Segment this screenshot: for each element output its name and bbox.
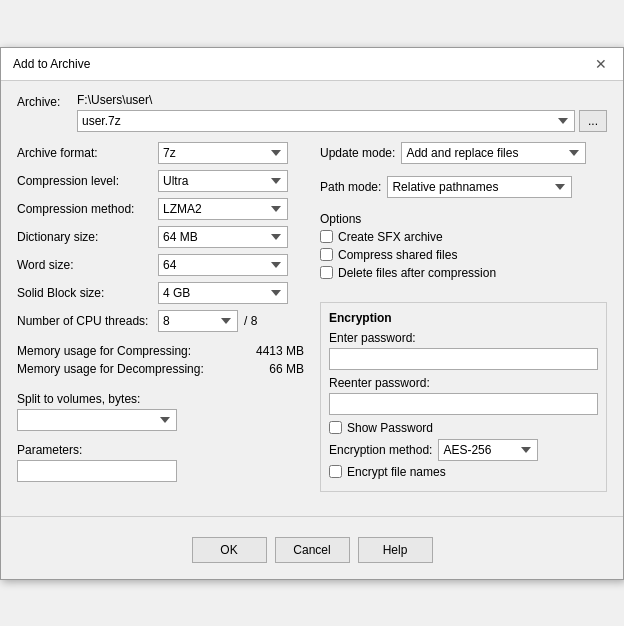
mem-compress-label: Memory usage for Compressing: [17, 344, 191, 358]
format-row: Archive format: 7zziptarwim [17, 142, 304, 164]
format-label: Archive format: [17, 146, 152, 160]
word-select[interactable]: 812162432486496128192256 [158, 254, 288, 276]
format-select[interactable]: 7zziptarwim [158, 142, 288, 164]
close-button[interactable]: ✕ [591, 56, 611, 72]
threads-max: / 8 [244, 314, 257, 328]
mem-decompress-row: Memory usage for Decompressing: 66 MB [17, 362, 304, 376]
compress-shared-row: Compress shared files [320, 248, 607, 262]
divider [1, 516, 623, 517]
dict-select[interactable]: 1 MB2 MB4 MB8 MB16 MB32 MB64 MB128 MB [158, 226, 288, 248]
show-pwd-label: Show Password [347, 421, 433, 435]
bottom-buttons: OK Cancel Help [1, 529, 623, 579]
word-row: Word size: 812162432486496128192256 [17, 254, 304, 276]
encryption-title: Encryption [329, 311, 598, 325]
path-mode-select[interactable]: Relative pathnamesFull pathnamesAbsolute… [387, 176, 572, 198]
path-mode-label: Path mode: [320, 180, 381, 194]
threads-label: Number of CPU threads: [17, 314, 152, 328]
split-section: Split to volumes, bytes: [17, 392, 304, 431]
update-mode-select[interactable]: Add and replace filesAdd and update file… [401, 142, 586, 164]
block-select[interactable]: Non-solid1 MB16 MB256 MB4 GB [158, 282, 288, 304]
enc-method-label: Encryption method: [329, 443, 432, 457]
delete-after-row: Delete files after compression [320, 266, 607, 280]
reenter-pwd-label: Reenter password: [329, 376, 598, 390]
archive-filename-select[interactable]: user.7z [77, 110, 575, 132]
help-button[interactable]: Help [358, 537, 433, 563]
split-label: Split to volumes, bytes: [17, 392, 304, 406]
encrypt-names-checkbox[interactable] [329, 465, 342, 478]
archive-label: Archive: [17, 93, 77, 109]
left-column: Archive format: 7zziptarwim Compression … [17, 142, 304, 492]
options-title: Options [320, 212, 607, 226]
create-sfx-checkbox[interactable] [320, 230, 333, 243]
method-label: Compression method: [17, 202, 152, 216]
enter-pwd-input[interactable] [329, 348, 598, 370]
threads-select[interactable]: 1248 [158, 310, 238, 332]
archive-path: F:\Users\user\ [77, 93, 607, 107]
params-input[interactable] [17, 460, 177, 482]
title-bar: Add to Archive ✕ [1, 48, 623, 81]
right-column: Update mode: Add and replace filesAdd an… [320, 142, 607, 492]
encryption-group: Encryption Enter password: Reenter passw… [320, 302, 607, 492]
add-to-archive-window: Add to Archive ✕ Archive: F:\Users\user\… [0, 47, 624, 580]
threads-row: Number of CPU threads: 1248 / 8 [17, 310, 304, 332]
compression-select[interactable]: StoreFastestFastNormalMaximumUltra [158, 170, 288, 192]
delete-after-label: Delete files after compression [338, 266, 496, 280]
block-row: Solid Block size: Non-solid1 MB16 MB256 … [17, 282, 304, 304]
encrypt-names-label: Encrypt file names [347, 465, 446, 479]
create-sfx-row: Create SFX archive [320, 230, 607, 244]
word-label: Word size: [17, 258, 152, 272]
archive-inputs: F:\Users\user\ user.7z ... [77, 93, 607, 132]
browse-button[interactable]: ... [579, 110, 607, 132]
dict-row: Dictionary size: 1 MB2 MB4 MB8 MB16 MB32… [17, 226, 304, 248]
main-grid: Archive format: 7zziptarwim Compression … [17, 142, 607, 492]
ok-button[interactable]: OK [192, 537, 267, 563]
cancel-button[interactable]: Cancel [275, 537, 350, 563]
archive-input-row: user.7z ... [77, 110, 607, 132]
show-pwd-row: Show Password [329, 421, 598, 435]
compression-row: Compression level: StoreFastestFastNorma… [17, 170, 304, 192]
compression-label: Compression level: [17, 174, 152, 188]
enter-pwd-label: Enter password: [329, 331, 598, 345]
compress-shared-label: Compress shared files [338, 248, 457, 262]
block-label: Solid Block size: [17, 286, 152, 300]
archive-row: Archive: F:\Users\user\ user.7z ... [17, 93, 607, 132]
window-title: Add to Archive [13, 57, 90, 71]
memory-section: Memory usage for Compressing: 4413 MB Me… [17, 344, 304, 380]
method-select[interactable]: LZMA2LZMAPPMdBZip2 [158, 198, 288, 220]
update-mode-row: Update mode: Add and replace filesAdd an… [320, 142, 607, 164]
mem-decompress-label: Memory usage for Decompressing: [17, 362, 204, 376]
mem-decompress-value: 66 MB [269, 362, 304, 376]
params-section: Parameters: [17, 443, 304, 482]
main-content: Archive: F:\Users\user\ user.7z ... Arch… [1, 81, 623, 504]
split-select[interactable] [17, 409, 177, 431]
dict-label: Dictionary size: [17, 230, 152, 244]
mem-compress-value: 4413 MB [256, 344, 304, 358]
create-sfx-label: Create SFX archive [338, 230, 443, 244]
enc-method-select[interactable]: AES-256 [438, 439, 538, 461]
method-row: Compression method: LZMA2LZMAPPMdBZip2 [17, 198, 304, 220]
enc-method-row: Encryption method: AES-256 [329, 439, 598, 461]
delete-after-checkbox[interactable] [320, 266, 333, 279]
compress-shared-checkbox[interactable] [320, 248, 333, 261]
encrypt-names-row: Encrypt file names [329, 465, 598, 479]
options-group: Options Create SFX archive Compress shar… [320, 212, 607, 284]
reenter-pwd-input[interactable] [329, 393, 598, 415]
show-pwd-checkbox[interactable] [329, 421, 342, 434]
update-mode-label: Update mode: [320, 146, 395, 160]
mem-compress-row: Memory usage for Compressing: 4413 MB [17, 344, 304, 358]
path-mode-row: Path mode: Relative pathnamesFull pathna… [320, 176, 607, 198]
params-label: Parameters: [17, 443, 304, 457]
